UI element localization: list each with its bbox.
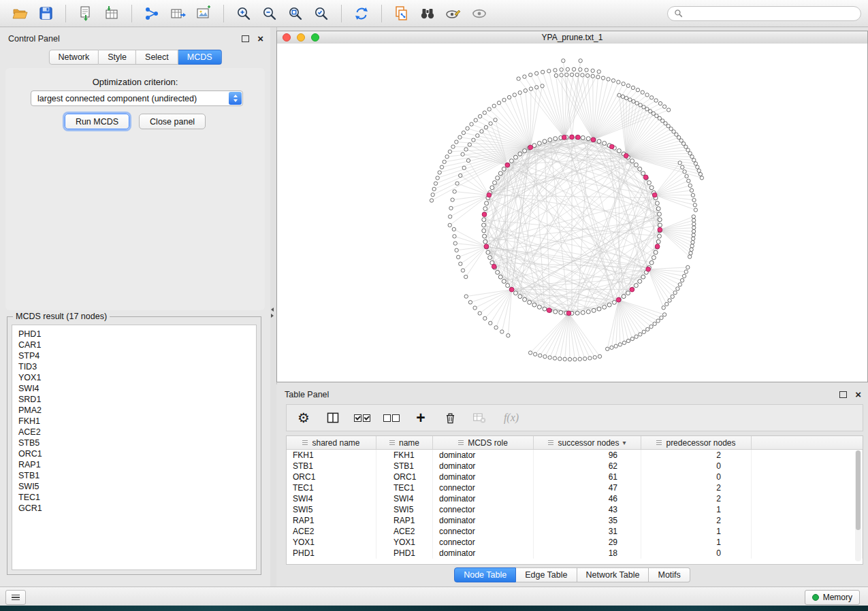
tab-style[interactable]: Style bbox=[99, 50, 136, 65]
table-cell: 0 bbox=[641, 548, 752, 559]
table-cell: YOX1 bbox=[287, 537, 376, 548]
mcds-node-item[interactable]: CAR1 bbox=[18, 340, 250, 350]
mcds-node-item[interactable]: SWI4 bbox=[18, 383, 250, 394]
table-cell: 62 bbox=[534, 461, 641, 472]
mcds-node-item[interactable]: STB1 bbox=[18, 470, 250, 481]
close-window-icon[interactable] bbox=[283, 33, 291, 42]
mcds-node-item[interactable]: FKH1 bbox=[18, 416, 250, 427]
table-row[interactable]: TEC1TEC1connector472 bbox=[287, 482, 863, 493]
panels-menu-button[interactable] bbox=[5, 590, 26, 605]
tab-select[interactable]: Select bbox=[136, 50, 178, 65]
network-window-titlebar[interactable]: YPA_prune.txt_1 bbox=[277, 31, 867, 44]
mcds-node-item[interactable]: SWI5 bbox=[18, 481, 250, 492]
select-all-rows-button[interactable] bbox=[353, 408, 371, 427]
function-builder-button[interactable]: f(x) bbox=[500, 408, 523, 427]
zoom-out-button[interactable] bbox=[257, 3, 283, 24]
table-row[interactable]: RAP1RAP1dominator352 bbox=[287, 515, 863, 526]
table-scrollbar[interactable] bbox=[855, 450, 861, 561]
mcds-node-item[interactable]: GCR1 bbox=[18, 503, 250, 514]
export-table-button[interactable] bbox=[165, 3, 191, 24]
import-table-icon bbox=[103, 5, 120, 22]
delete-column-button[interactable] bbox=[441, 408, 459, 427]
scrollbar-thumb[interactable] bbox=[856, 450, 861, 530]
table-row[interactable]: PHD1PHD1dominator180 bbox=[287, 548, 863, 559]
mcds-node-item[interactable]: TEC1 bbox=[18, 492, 250, 503]
table-row[interactable]: STB1STB1dominator620 bbox=[287, 461, 863, 472]
table-tab-network-table[interactable]: Network Table bbox=[577, 567, 649, 582]
table-tab-node-table[interactable]: Node Table bbox=[454, 567, 516, 582]
table-tab-motifs[interactable]: Motifs bbox=[649, 567, 690, 582]
zoom-in-button[interactable] bbox=[231, 3, 257, 24]
table-settings-button[interactable]: ⚙ bbox=[295, 408, 312, 427]
table-panel-tabs: Node TableEdge TableNetwork TableMotifs bbox=[276, 567, 868, 582]
network-graph[interactable] bbox=[277, 44, 867, 382]
mcds-node-item[interactable]: TID3 bbox=[18, 361, 250, 372]
mcds-node-item[interactable]: PHD1 bbox=[18, 329, 250, 340]
mcds-node-item[interactable]: ORC1 bbox=[18, 448, 250, 459]
import-table-button[interactable] bbox=[99, 3, 125, 24]
column-header-MCDS-role[interactable]: MCDS role bbox=[433, 436, 534, 449]
maximize-window-icon[interactable] bbox=[311, 33, 319, 42]
table-row[interactable]: FKH1FKH1dominator962 bbox=[287, 450, 863, 461]
float-panel-icon[interactable] bbox=[839, 391, 847, 398]
table-cell: 2 bbox=[641, 493, 752, 504]
mcds-node-item[interactable]: YOX1 bbox=[18, 372, 250, 383]
optimization-criterion-select[interactable]: largest connected component (undirected) bbox=[31, 90, 243, 106]
table-row[interactable]: ACE2ACE2connector311 bbox=[287, 526, 863, 537]
export-image-button[interactable] bbox=[191, 3, 216, 24]
mcds-node-item[interactable]: ACE2 bbox=[18, 427, 250, 437]
create-column-button[interactable]: + bbox=[412, 408, 430, 427]
table-cell: dominator bbox=[433, 493, 534, 504]
mcds-result-list[interactable]: PHD1CAR1STP4TID3YOX1SWI4SRD1PMA2FKH1ACE2… bbox=[12, 325, 257, 570]
tab-mcds[interactable]: MCDS bbox=[178, 50, 222, 65]
close-panel-icon[interactable]: × bbox=[257, 35, 263, 43]
mcds-node-item[interactable]: STP4 bbox=[18, 350, 250, 361]
table-row[interactable]: ORC1ORC1dominator610 bbox=[287, 472, 863, 482]
apply-layout-button[interactable] bbox=[349, 3, 374, 24]
global-search-field[interactable] bbox=[667, 6, 861, 21]
memory-button[interactable]: Memory bbox=[805, 590, 860, 605]
open-file-button[interactable] bbox=[7, 3, 33, 24]
application-window: Control Panel × NetworkStyleSelectMCDS O… bbox=[0, 0, 868, 611]
table-tab-edge-table[interactable]: Edge Table bbox=[516, 567, 577, 582]
zoom-selected-button[interactable] bbox=[308, 3, 334, 24]
close-panel-button[interactable]: Close panel bbox=[139, 114, 206, 129]
search-input[interactable] bbox=[687, 8, 854, 19]
table-row[interactable]: YOX1YOX1connector291 bbox=[287, 537, 863, 548]
deselect-all-rows-button[interactable] bbox=[383, 408, 400, 427]
table-row[interactable]: SWI4SWI4dominator462 bbox=[287, 493, 863, 504]
table-cell: PHD1 bbox=[376, 548, 433, 559]
run-mcds-button[interactable]: Run MCDS bbox=[65, 114, 129, 129]
close-panel-icon[interactable]: × bbox=[855, 391, 861, 399]
column-header-successor-nodes[interactable]: successor nodes▾ bbox=[534, 436, 641, 449]
column-header-name[interactable]: name bbox=[376, 436, 433, 449]
show-columns-button[interactable] bbox=[324, 408, 342, 427]
node-table-body: FKH1FKH1dominator962STB1STB1dominator620… bbox=[287, 450, 863, 559]
table-cell: 35 bbox=[534, 515, 641, 526]
column-header-shared-name[interactable]: shared name bbox=[287, 436, 376, 449]
mcds-node-item[interactable]: SRD1 bbox=[18, 394, 250, 405]
column-header-predecessor-nodes[interactable]: predecessor nodes bbox=[641, 436, 752, 449]
float-panel-icon[interactable] bbox=[242, 35, 249, 42]
clone-network-button[interactable] bbox=[389, 3, 415, 24]
splitter-grip-icon[interactable] bbox=[271, 308, 274, 318]
mcds-node-item[interactable]: PMA2 bbox=[18, 405, 250, 416]
search-icon bbox=[674, 9, 683, 18]
search-network-button[interactable] bbox=[415, 3, 440, 24]
mcds-node-item[interactable]: STB5 bbox=[18, 437, 250, 448]
save-session-button[interactable] bbox=[33, 3, 59, 24]
table-row[interactable]: SWI5SWI5connector431 bbox=[287, 504, 863, 515]
table-panel-title: Table Panel bbox=[285, 390, 329, 399]
minimize-window-icon[interactable] bbox=[297, 33, 305, 42]
plus-icon: + bbox=[416, 411, 425, 425]
mcds-node-item[interactable]: RAP1 bbox=[18, 459, 250, 470]
tab-network[interactable]: Network bbox=[48, 50, 99, 65]
import-network-button[interactable] bbox=[73, 3, 99, 24]
network-canvas[interactable] bbox=[277, 44, 867, 382]
table-panel: Table Panel × ⚙ + bbox=[276, 384, 868, 587]
show-hide-button[interactable] bbox=[466, 3, 492, 24]
zoom-fit-button[interactable] bbox=[283, 3, 308, 24]
export-network-button[interactable] bbox=[139, 3, 165, 24]
network-view-window: YPA_prune.txt_1 bbox=[276, 31, 868, 382]
annotation-mode-button[interactable] bbox=[440, 3, 466, 24]
